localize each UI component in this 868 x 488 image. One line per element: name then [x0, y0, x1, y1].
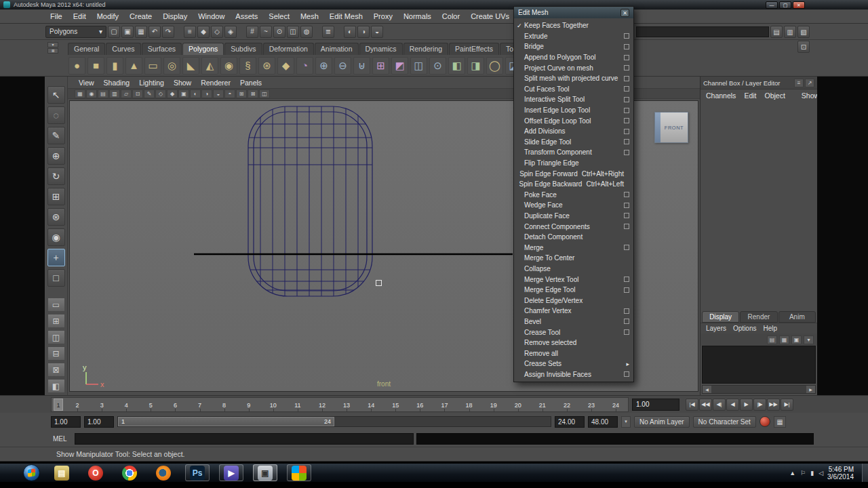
menu-item[interactable]: Merge To Center: [514, 253, 633, 264]
photoshop-taskbar-icon[interactable]: Ps: [185, 464, 210, 481]
frame-number[interactable]: 23: [579, 398, 604, 411]
panel-menu-item[interactable]: View: [75, 79, 98, 87]
frame-number[interactable]: 11: [285, 398, 310, 411]
polygon-helix-icon[interactable]: §: [239, 57, 256, 75]
layer-editor-tab[interactable]: Anim: [778, 311, 816, 323]
save-scene-icon[interactable]: ▦: [135, 26, 147, 38]
tool-settings-toggle-icon[interactable]: ▥: [784, 26, 796, 38]
menubar-item[interactable]: File: [45, 12, 68, 20]
frame-number[interactable]: 10: [261, 398, 285, 411]
shelf-tab[interactable]: Rendering: [403, 43, 448, 55]
frame-number[interactable]: 14: [359, 398, 383, 411]
menu-item[interactable]: Insert Edge Loop Tool: [514, 105, 633, 116]
polygon-sphere-icon[interactable]: ●: [68, 57, 85, 75]
undo-icon[interactable]: ↶: [149, 26, 161, 38]
animation-end-field[interactable]: 48.00: [588, 416, 618, 428]
menubar-item[interactable]: Edit Mesh: [324, 12, 368, 20]
panel-menu-item[interactable]: Show: [170, 79, 195, 87]
option-box-icon[interactable]: [624, 287, 629, 293]
pop-out-panel-icon[interactable]: ↗: [805, 79, 814, 87]
create-layer-from-selected-icon[interactable]: ▣: [791, 336, 802, 344]
menu-item[interactable]: Remove selected: [514, 338, 633, 348]
layer-list-scrollbar[interactable]: ◀ ▶: [702, 385, 816, 394]
hypershade-persp-layout-icon[interactable]: ⊟: [47, 346, 65, 361]
shelf-tab[interactable]: Subdivs: [224, 43, 262, 55]
select-hierarchy-icon[interactable]: ≡: [184, 26, 196, 38]
panel-menu-item[interactable]: Shading: [100, 79, 134, 87]
menu-item[interactable]: Crease Tool: [514, 327, 633, 338]
menu-item[interactable]: Delete Edge/Vertex: [514, 295, 633, 306]
menu-item[interactable]: Bridge: [514, 41, 633, 52]
bookmarks-icon[interactable]: ▥: [109, 89, 120, 98]
select-tool-icon[interactable]: ↖: [47, 86, 65, 104]
scroll-right-icon[interactable]: ▶: [806, 386, 815, 393]
insert-edge-loop-icon[interactable]: ◨: [467, 57, 484, 75]
range-slider-track[interactable]: 1 24: [117, 416, 551, 427]
menu-item[interactable]: Bevel: [514, 317, 633, 327]
anim-layer-button[interactable]: No Anim Layer: [634, 416, 690, 428]
step-forward-key-button[interactable]: |▶: [753, 399, 766, 411]
xray-icon[interactable]: ⊠: [248, 89, 258, 98]
layer-list[interactable]: [702, 346, 816, 384]
go-to-start-button[interactable]: |◀: [686, 399, 698, 411]
polygon-pyramid-icon[interactable]: ◭: [201, 57, 218, 75]
minimize-button[interactable]: —: [766, 1, 778, 9]
snap-to-grid-icon[interactable]: #: [246, 26, 258, 38]
show-manipulator-icon[interactable]: +: [47, 249, 65, 266]
isolate-select-icon[interactable]: ◫: [259, 89, 270, 98]
select-object-icon[interactable]: ◆: [197, 26, 210, 38]
active-app-taskbar-icon[interactable]: ▣: [253, 464, 277, 481]
textured-mode-icon[interactable]: ▣: [178, 89, 189, 98]
paint-select-tool-icon[interactable]: ✎: [47, 127, 65, 144]
menu-item[interactable]: Spin Edge Forward Ctrl+Alt+Right: [514, 168, 633, 179]
menu-set-dropdown[interactable]: Polygons ▾: [45, 26, 106, 38]
frame-number[interactable]: 18: [457, 398, 481, 411]
frame-number[interactable]: 8: [212, 398, 237, 411]
scroll-left-icon[interactable]: ◀: [703, 386, 711, 393]
channel-box-menu-item[interactable]: Channels: [706, 92, 736, 100]
layer-editor-tab[interactable]: Render: [740, 311, 777, 323]
step-forward-frame-button[interactable]: ▶▶: [767, 399, 780, 411]
explorer-taskbar-icon[interactable]: ▤: [50, 464, 74, 481]
menubar-item[interactable]: Proxy: [368, 12, 398, 20]
persp-graph-layout-icon[interactable]: ⊠: [47, 363, 65, 377]
frame-number[interactable]: 4: [114, 398, 138, 411]
menu-item[interactable]: Interactive Split Tool: [514, 94, 633, 105]
menubar-item[interactable]: Create UVs: [465, 12, 515, 20]
opera-taskbar-icon[interactable]: O: [83, 464, 108, 481]
step-back-key-button[interactable]: ◀|: [713, 399, 726, 411]
menu-item[interactable]: Merge Edge Tool: [514, 285, 633, 296]
frame-number[interactable]: 21: [530, 398, 555, 411]
taskbar-clock[interactable]: 5:46 PM 3/6/2014: [827, 466, 858, 481]
quick-select-input[interactable]: [636, 26, 769, 37]
menu-item[interactable]: Poke Face: [514, 190, 633, 201]
option-box-icon[interactable]: [624, 213, 629, 218]
menu-item[interactable]: Collapse: [514, 264, 633, 274]
menu-item[interactable]: Add Divisions: [514, 126, 633, 137]
render-current-frame-icon[interactable]: ◐: [344, 26, 356, 38]
shelf-tab[interactable]: General: [68, 43, 105, 55]
frame-number[interactable]: 17: [432, 398, 456, 411]
polygon-pipe-icon[interactable]: ◉: [220, 57, 237, 75]
lock-camera-icon[interactable]: ◉: [86, 89, 97, 98]
polygon-prism-icon[interactable]: ◣: [182, 57, 199, 75]
option-box-icon[interactable]: [624, 97, 629, 102]
menu-item[interactable]: Crease Sets: [514, 359, 633, 369]
render-settings-icon[interactable]: ◒: [371, 26, 383, 38]
menubar-item[interactable]: Display: [157, 12, 193, 20]
mel-label[interactable]: MEL: [53, 435, 72, 443]
shelf-tab[interactable]: Animation: [315, 43, 359, 55]
menubar-item[interactable]: Create: [124, 12, 157, 20]
universal-manipulator-icon[interactable]: ⊛: [47, 208, 65, 226]
frame-number[interactable]: 13: [334, 398, 359, 411]
option-box-icon[interactable]: [624, 277, 629, 282]
outliner-persp-layout-icon[interactable]: ◧: [47, 379, 65, 393]
option-box-icon[interactable]: [624, 86, 629, 92]
option-box-icon[interactable]: [624, 129, 629, 134]
menubar-item[interactable]: Modify: [92, 12, 124, 20]
option-box-icon[interactable]: [624, 308, 629, 314]
frame-number[interactable]: 15: [383, 398, 408, 411]
current-time-field[interactable]: 1.00: [632, 399, 679, 411]
attribute-editor-toggle-icon[interactable]: ▤: [770, 26, 783, 38]
snap-to-point-icon[interactable]: ⊙: [273, 26, 285, 38]
